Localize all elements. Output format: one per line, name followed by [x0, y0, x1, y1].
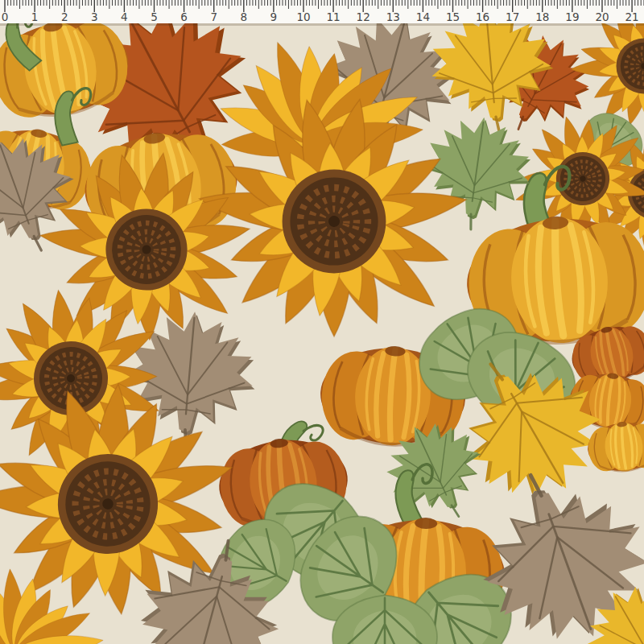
- fabric-swatch-photo: 0123456789101112131415161718192021: [0, 0, 644, 644]
- ruler-number: 18: [535, 10, 549, 23]
- ruler-number: 15: [446, 10, 460, 23]
- ruler-number: 14: [416, 10, 430, 23]
- ruler-number: 13: [386, 10, 400, 23]
- ruler-number: 4: [121, 10, 128, 23]
- ruler-number: 17: [506, 10, 519, 23]
- ruler-number: 19: [565, 10, 579, 23]
- ruler-number: 12: [357, 10, 370, 23]
- ruler-number: 20: [595, 10, 609, 23]
- ruler-number: 7: [210, 10, 217, 23]
- ruler-number: 16: [476, 10, 489, 23]
- ruler-number: 2: [61, 10, 68, 23]
- ruler-number: 8: [241, 10, 248, 23]
- ruler-number: 1: [31, 10, 39, 23]
- ruler-number: 0: [2, 10, 9, 23]
- ruler: 0123456789101112131415161718192021: [0, 0, 644, 26]
- ruler-number: 9: [270, 10, 278, 23]
- ruler-number: 3: [91, 10, 98, 23]
- ruler-number: 5: [151, 10, 158, 23]
- fabric-print-image: 0123456789101112131415161718192021: [0, 0, 644, 644]
- ruler-number: 11: [327, 10, 341, 23]
- ruler-number: 21: [625, 10, 639, 23]
- ruler-number: 6: [180, 10, 188, 23]
- ruler-shadow: [0, 23, 644, 26]
- ruler-number: 10: [296, 10, 310, 23]
